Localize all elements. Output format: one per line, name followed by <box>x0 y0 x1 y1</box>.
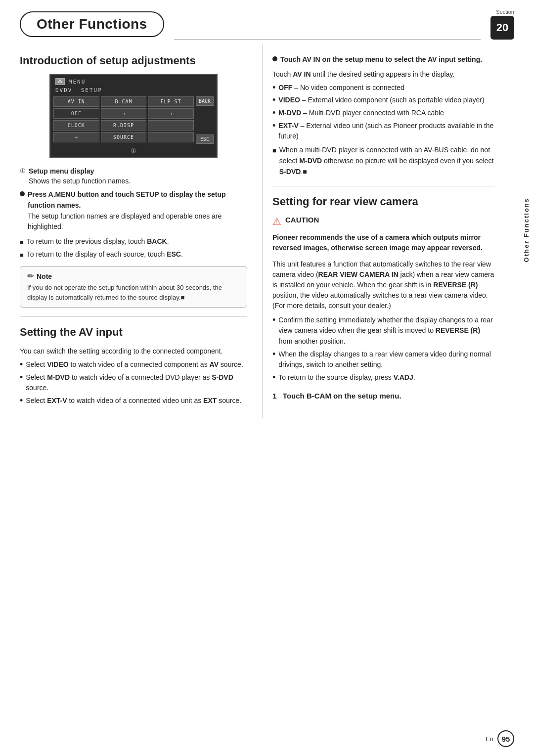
bullet-dot-3: • <box>20 396 23 406</box>
filled-bullet-normal-1: The setup function names are displayed a… <box>28 212 222 231</box>
rear-bullet-text-2: When the display changes to a rear view … <box>278 349 494 370</box>
av-input-bullet-text-2: VIDEO – External video component (such a… <box>278 95 484 106</box>
bullet-dot-2: • <box>20 372 23 383</box>
rear-bullet-3: • To return to the source display, press… <box>272 372 494 383</box>
av-bullet-1: • Select VIDEO to watch video of a conne… <box>20 359 247 370</box>
av-input-bullet-text-4: EXT-V – External video unit (such as Pio… <box>278 121 494 142</box>
rear-bullet-1: • Confirm the setting immediately whethe… <box>272 315 494 347</box>
right-column: Touch AV IN on the setup menu to select … <box>262 44 514 418</box>
menu-arrow3: → <box>53 132 99 142</box>
section-divider-2 <box>272 186 494 186</box>
numbered-item-1: ① Setup menu display Shows the setup fun… <box>20 167 247 189</box>
av-input-heading-bold: Touch AV IN on the setup menu to select … <box>280 55 482 63</box>
av-input-bullet-text-1: OFF – No video component is connected <box>278 83 404 93</box>
filled-bullet-1: Press A.MENU button and touch SETUP to d… <box>20 189 247 232</box>
menu-flp-st: FLP ST <box>148 96 194 107</box>
item-desc-1: Shows the setup function names. <box>29 176 131 186</box>
av-input-bullet-2: • VIDEO – External video component (such… <box>272 95 494 106</box>
pencil-icon: ✏ <box>27 271 34 281</box>
page-header: Other Functions Section 20 <box>0 0 534 40</box>
menu-av-in: AV IN <box>53 96 99 107</box>
av-dot-2: • <box>272 95 275 106</box>
square-bullet-2: ■ To return to the display of each sourc… <box>20 249 247 260</box>
section-number: 20 <box>490 16 514 40</box>
filled-circle-2 <box>272 56 277 61</box>
av-input-heading-item: Touch AV IN on the setup menu to select … <box>272 54 494 65</box>
section-badge: Section 20 <box>490 9 514 40</box>
menu-circle-1: ① <box>53 147 214 154</box>
av-input-heading-text: Touch AV IN on the setup menu to select … <box>280 54 482 65</box>
left-column: Introduction of setup adjustments 25 MEN… <box>0 44 262 418</box>
av-bullet-3: • Select EXT-V to watch video of a conne… <box>20 396 247 406</box>
rear-bullet-text-3: To return to the source display, press V… <box>278 372 415 383</box>
square-bullet-text-2: To return to the display of each source,… <box>27 249 183 260</box>
page-footer: En 95 <box>486 730 514 747</box>
right-square-bullet-1: ■ When a multi-DVD player is connected w… <box>272 145 494 177</box>
setup-label: DVDV SETUP <box>53 87 214 93</box>
av-input-bullet-4: • EXT-V – External video unit (such as P… <box>272 121 494 142</box>
menu-clock: CLOCK <box>53 120 99 131</box>
filled-circle-text-1: Press A.MENU button and touch SETUP to d… <box>28 189 247 232</box>
filled-bullet-bold-1: Press A.MENU button and touch SETUP to d… <box>28 190 226 209</box>
av-input-bullet-1: • OFF – No video component is connected <box>272 83 494 93</box>
menu-arrow1: → <box>101 108 147 119</box>
square-icon-2: ■ <box>20 250 24 260</box>
menu-esc-btn: ESC <box>196 134 214 144</box>
note-label: Note <box>37 272 52 280</box>
rear-dot-2: • <box>272 349 275 360</box>
step-1-container: 1 Touch B-CAM on the setup menu. <box>272 390 494 401</box>
item-number-1: ① <box>20 167 26 175</box>
menu-rdisp: R.DISP <box>101 120 147 131</box>
dvdv-icon: 25 <box>55 78 65 85</box>
menu-source: SOURCE <box>101 132 147 142</box>
rear-dot-3: • <box>272 372 275 383</box>
rear-bullet-text-1: Confirm the setting immediately whether … <box>278 315 494 347</box>
right-square-text-1: When a multi-DVD player is connected wit… <box>279 145 494 177</box>
menu-label: MENU <box>69 79 86 85</box>
caution-title: CAUTION <box>285 216 319 224</box>
filled-circle-1 <box>20 191 25 196</box>
av-input-bullet-3: • M-DVD – Multi-DVD player connected wit… <box>272 108 494 119</box>
main-content: Introduction of setup adjustments 25 MEN… <box>0 40 534 418</box>
menu-empty <box>148 120 194 131</box>
menu-b-cam: B-CAM <box>101 96 147 107</box>
rear-camera-intro: This unit features a function that autom… <box>272 259 494 311</box>
note-header: ✏ Note <box>27 271 240 281</box>
av-dot-3: • <box>272 108 275 119</box>
rear-dot-1: • <box>272 315 275 326</box>
menu-arrow2: → <box>148 108 194 119</box>
footer-en-label: En <box>486 735 493 743</box>
section-label: Section <box>496 9 514 15</box>
square-bullet-1: ■ To return to the previous display, tou… <box>20 236 247 247</box>
av-input-bullet-text-3: M-DVD – Multi-DVD player connected with … <box>278 108 444 119</box>
av-dot-4: • <box>272 121 275 132</box>
chapter-title: Other Functions <box>37 16 147 32</box>
menu-screenshot: 25 MENU DVDV SETUP AV IN B-CAM FLP ST OF… <box>49 74 218 158</box>
av-bullet-text-2: Select M-DVD to watch video of a connect… <box>26 372 247 394</box>
section-divider-1 <box>20 316 247 317</box>
bullet-dot-1: • <box>20 359 23 370</box>
page-number: 95 <box>497 730 514 747</box>
vertical-sidebar-label: Other Functions <box>523 198 530 262</box>
av-section-heading: Setting the AV input <box>20 326 247 339</box>
av-bullet-text-3: Select EXT-V to watch video of a connect… <box>26 396 241 406</box>
chapter-title-box: Other Functions <box>20 11 164 37</box>
menu-empty2 <box>148 132 194 142</box>
av-input-intro: Touch AV IN until the desired setting ap… <box>272 69 494 80</box>
note-text: If you do not operate the setup function… <box>27 283 240 302</box>
caution-box: ⚠ CAUTION <box>272 216 494 227</box>
right-square-icon-1: ■ <box>272 146 276 156</box>
menu-back-btn: BACK <box>196 96 214 106</box>
item-title-1: Setup menu display <box>29 167 131 175</box>
intro-heading: Introduction of setup adjustments <box>20 54 247 67</box>
note-box: ✏ Note If you do not operate the setup f… <box>20 266 247 308</box>
menu-right-buttons: BACK ESC <box>196 96 214 144</box>
av-dot-1: • <box>272 83 275 93</box>
rear-bullet-2: • When the display changes to a rear vie… <box>272 349 494 370</box>
menu-off: OFF <box>53 108 99 119</box>
av-bullet-text-1: Select VIDEO to watch video of a connect… <box>26 359 243 370</box>
rear-camera-heading: Setting for rear view camera <box>272 195 494 208</box>
av-intro-text: You can switch the setting according to … <box>20 346 247 356</box>
caution-text: Pioneer recommends the use of a camera w… <box>272 232 494 253</box>
square-icon-1: ■ <box>20 237 24 247</box>
